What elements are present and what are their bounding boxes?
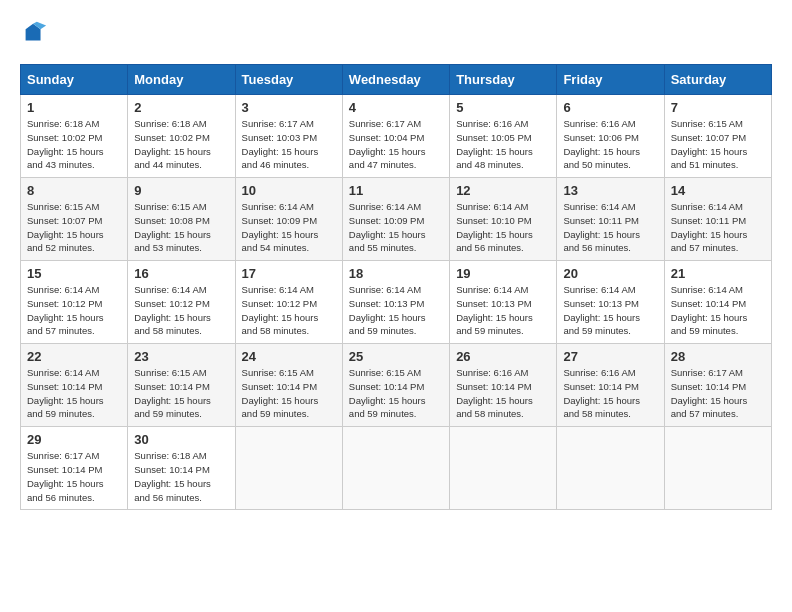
- calendar-day-cell: 20Sunrise: 6:14 AMSunset: 10:13 PMDaylig…: [557, 261, 664, 344]
- calendar-header-row: SundayMondayTuesdayWednesdayThursdayFrid…: [21, 65, 772, 95]
- calendar-day-cell: 11Sunrise: 6:14 AMSunset: 10:09 PMDaylig…: [342, 178, 449, 261]
- day-info: Sunrise: 6:14 AMSunset: 10:13 PMDaylight…: [563, 283, 657, 338]
- day-number: 18: [349, 266, 443, 281]
- day-number: 23: [134, 349, 228, 364]
- day-number: 27: [563, 349, 657, 364]
- calendar-day-cell: 10Sunrise: 6:14 AMSunset: 10:09 PMDaylig…: [235, 178, 342, 261]
- calendar-day-cell: 3Sunrise: 6:17 AMSunset: 10:03 PMDayligh…: [235, 95, 342, 178]
- day-number: 3: [242, 100, 336, 115]
- day-number: 21: [671, 266, 765, 281]
- calendar-day-cell: 24Sunrise: 6:15 AMSunset: 10:14 PMDaylig…: [235, 344, 342, 427]
- calendar-day-cell: 5Sunrise: 6:16 AMSunset: 10:05 PMDayligh…: [450, 95, 557, 178]
- day-info: Sunrise: 6:14 AMSunset: 10:14 PMDaylight…: [671, 283, 765, 338]
- calendar-day-cell: [664, 427, 771, 510]
- weekday-header-wednesday: Wednesday: [342, 65, 449, 95]
- day-number: 26: [456, 349, 550, 364]
- calendar-day-cell: 2Sunrise: 6:18 AMSunset: 10:02 PMDayligh…: [128, 95, 235, 178]
- calendar-table: SundayMondayTuesdayWednesdayThursdayFrid…: [20, 64, 772, 510]
- calendar-day-cell: 21Sunrise: 6:14 AMSunset: 10:14 PMDaylig…: [664, 261, 771, 344]
- logo-icon: [20, 20, 48, 48]
- day-number: 7: [671, 100, 765, 115]
- calendar-day-cell: 25Sunrise: 6:15 AMSunset: 10:14 PMDaylig…: [342, 344, 449, 427]
- day-info: Sunrise: 6:16 AMSunset: 10:14 PMDaylight…: [456, 366, 550, 421]
- day-info: Sunrise: 6:14 AMSunset: 10:11 PMDaylight…: [563, 200, 657, 255]
- calendar-week-row: 8Sunrise: 6:15 AMSunset: 10:07 PMDayligh…: [21, 178, 772, 261]
- calendar-day-cell: 17Sunrise: 6:14 AMSunset: 10:12 PMDaylig…: [235, 261, 342, 344]
- calendar-day-cell: 22Sunrise: 6:14 AMSunset: 10:14 PMDaylig…: [21, 344, 128, 427]
- day-info: Sunrise: 6:17 AMSunset: 10:04 PMDaylight…: [349, 117, 443, 172]
- calendar-week-row: 22Sunrise: 6:14 AMSunset: 10:14 PMDaylig…: [21, 344, 772, 427]
- page-header: [20, 20, 772, 48]
- day-info: Sunrise: 6:14 AMSunset: 10:12 PMDaylight…: [242, 283, 336, 338]
- day-info: Sunrise: 6:14 AMSunset: 10:14 PMDaylight…: [27, 366, 121, 421]
- calendar-day-cell: 15Sunrise: 6:14 AMSunset: 10:12 PMDaylig…: [21, 261, 128, 344]
- calendar-day-cell: 14Sunrise: 6:14 AMSunset: 10:11 PMDaylig…: [664, 178, 771, 261]
- calendar-day-cell: 28Sunrise: 6:17 AMSunset: 10:14 PMDaylig…: [664, 344, 771, 427]
- calendar-day-cell: 16Sunrise: 6:14 AMSunset: 10:12 PMDaylig…: [128, 261, 235, 344]
- day-info: Sunrise: 6:16 AMSunset: 10:05 PMDaylight…: [456, 117, 550, 172]
- weekday-header-tuesday: Tuesday: [235, 65, 342, 95]
- day-info: Sunrise: 6:15 AMSunset: 10:14 PMDaylight…: [134, 366, 228, 421]
- day-info: Sunrise: 6:14 AMSunset: 10:09 PMDaylight…: [349, 200, 443, 255]
- day-number: 8: [27, 183, 121, 198]
- day-info: Sunrise: 6:15 AMSunset: 10:07 PMDaylight…: [27, 200, 121, 255]
- calendar-day-cell: [235, 427, 342, 510]
- calendar-day-cell: 27Sunrise: 6:16 AMSunset: 10:14 PMDaylig…: [557, 344, 664, 427]
- calendar-day-cell: [450, 427, 557, 510]
- day-info: Sunrise: 6:14 AMSunset: 10:09 PMDaylight…: [242, 200, 336, 255]
- calendar-day-cell: 9Sunrise: 6:15 AMSunset: 10:08 PMDayligh…: [128, 178, 235, 261]
- day-info: Sunrise: 6:14 AMSunset: 10:12 PMDaylight…: [134, 283, 228, 338]
- day-number: 4: [349, 100, 443, 115]
- day-number: 11: [349, 183, 443, 198]
- calendar-day-cell: 18Sunrise: 6:14 AMSunset: 10:13 PMDaylig…: [342, 261, 449, 344]
- day-info: Sunrise: 6:18 AMSunset: 10:02 PMDaylight…: [27, 117, 121, 172]
- day-info: Sunrise: 6:16 AMSunset: 10:14 PMDaylight…: [563, 366, 657, 421]
- calendar-week-row: 1Sunrise: 6:18 AMSunset: 10:02 PMDayligh…: [21, 95, 772, 178]
- day-number: 6: [563, 100, 657, 115]
- day-number: 15: [27, 266, 121, 281]
- calendar-day-cell: 19Sunrise: 6:14 AMSunset: 10:13 PMDaylig…: [450, 261, 557, 344]
- day-number: 22: [27, 349, 121, 364]
- day-info: Sunrise: 6:14 AMSunset: 10:11 PMDaylight…: [671, 200, 765, 255]
- day-info: Sunrise: 6:18 AMSunset: 10:14 PMDaylight…: [134, 449, 228, 504]
- day-number: 24: [242, 349, 336, 364]
- day-info: Sunrise: 6:15 AMSunset: 10:14 PMDaylight…: [349, 366, 443, 421]
- day-number: 28: [671, 349, 765, 364]
- weekday-header-sunday: Sunday: [21, 65, 128, 95]
- logo: [20, 20, 52, 48]
- day-info: Sunrise: 6:18 AMSunset: 10:02 PMDaylight…: [134, 117, 228, 172]
- calendar-day-cell: 12Sunrise: 6:14 AMSunset: 10:10 PMDaylig…: [450, 178, 557, 261]
- day-number: 5: [456, 100, 550, 115]
- day-info: Sunrise: 6:14 AMSunset: 10:10 PMDaylight…: [456, 200, 550, 255]
- calendar-week-row: 15Sunrise: 6:14 AMSunset: 10:12 PMDaylig…: [21, 261, 772, 344]
- calendar-day-cell: 4Sunrise: 6:17 AMSunset: 10:04 PMDayligh…: [342, 95, 449, 178]
- calendar-day-cell: [557, 427, 664, 510]
- calendar-day-cell: [342, 427, 449, 510]
- weekday-header-monday: Monday: [128, 65, 235, 95]
- day-info: Sunrise: 6:15 AMSunset: 10:07 PMDaylight…: [671, 117, 765, 172]
- day-number: 16: [134, 266, 228, 281]
- day-info: Sunrise: 6:14 AMSunset: 10:13 PMDaylight…: [456, 283, 550, 338]
- day-info: Sunrise: 6:14 AMSunset: 10:13 PMDaylight…: [349, 283, 443, 338]
- day-number: 17: [242, 266, 336, 281]
- calendar-day-cell: 30Sunrise: 6:18 AMSunset: 10:14 PMDaylig…: [128, 427, 235, 510]
- calendar-day-cell: 29Sunrise: 6:17 AMSunset: 10:14 PMDaylig…: [21, 427, 128, 510]
- calendar-day-cell: 7Sunrise: 6:15 AMSunset: 10:07 PMDayligh…: [664, 95, 771, 178]
- day-info: Sunrise: 6:15 AMSunset: 10:14 PMDaylight…: [242, 366, 336, 421]
- calendar-day-cell: 23Sunrise: 6:15 AMSunset: 10:14 PMDaylig…: [128, 344, 235, 427]
- day-number: 20: [563, 266, 657, 281]
- day-number: 13: [563, 183, 657, 198]
- day-number: 10: [242, 183, 336, 198]
- day-info: Sunrise: 6:16 AMSunset: 10:06 PMDaylight…: [563, 117, 657, 172]
- day-number: 29: [27, 432, 121, 447]
- calendar-day-cell: 6Sunrise: 6:16 AMSunset: 10:06 PMDayligh…: [557, 95, 664, 178]
- day-number: 25: [349, 349, 443, 364]
- day-info: Sunrise: 6:17 AMSunset: 10:14 PMDaylight…: [671, 366, 765, 421]
- weekday-header-saturday: Saturday: [664, 65, 771, 95]
- calendar-day-cell: 1Sunrise: 6:18 AMSunset: 10:02 PMDayligh…: [21, 95, 128, 178]
- calendar-day-cell: 13Sunrise: 6:14 AMSunset: 10:11 PMDaylig…: [557, 178, 664, 261]
- calendar-week-row: 29Sunrise: 6:17 AMSunset: 10:14 PMDaylig…: [21, 427, 772, 510]
- day-number: 30: [134, 432, 228, 447]
- day-number: 19: [456, 266, 550, 281]
- day-number: 14: [671, 183, 765, 198]
